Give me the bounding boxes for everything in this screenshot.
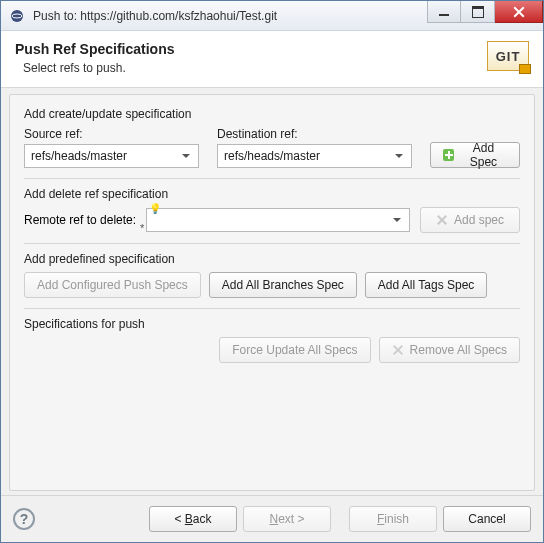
help-icon[interactable]: ? — [13, 508, 35, 530]
add-configured-label: Add Configured Push Specs — [37, 278, 188, 292]
create-update-heading: Add create/update specification — [24, 107, 520, 121]
minimize-button[interactable] — [427, 1, 461, 23]
chevron-down-icon — [391, 150, 407, 162]
finish-label: Finish — [377, 512, 409, 526]
source-ref-value: refs/heads/master — [31, 149, 178, 163]
add-all-tags-spec-button[interactable]: Add All Tags Spec — [365, 272, 488, 298]
source-ref-label: Source ref: — [24, 127, 199, 141]
delete-spec-heading: Add delete ref specification — [24, 187, 520, 201]
force-update-all-specs-button: Force Update All Specs — [219, 337, 370, 363]
chevron-down-icon — [178, 150, 194, 162]
add-all-branches-spec-button[interactable]: Add All Branches Spec — [209, 272, 357, 298]
dialog-window: Push to: https://github.com/ksfzhaohui/T… — [0, 0, 544, 543]
next-button: Next > — [243, 506, 331, 532]
x-icon — [392, 344, 404, 356]
force-update-label: Force Update All Specs — [232, 343, 357, 357]
cancel-label: Cancel — [468, 512, 505, 526]
required-marker: * — [140, 222, 144, 234]
cancel-button[interactable]: Cancel — [443, 506, 531, 532]
predefined-heading: Add predefined specification — [24, 252, 520, 266]
lightbulb-icon: 💡 — [149, 203, 161, 214]
destination-ref-combo[interactable]: refs/heads/master — [217, 144, 412, 168]
remove-all-specs-button: Remove All Specs — [379, 337, 520, 363]
remote-ref-delete-label: Remote ref to delete: — [24, 213, 136, 227]
remove-all-label: Remove All Specs — [410, 343, 507, 357]
add-configured-push-specs-button: Add Configured Push Specs — [24, 272, 201, 298]
page-title: Push Ref Specifications — [15, 41, 487, 57]
window-buttons — [427, 1, 543, 30]
svg-point-0 — [11, 10, 23, 22]
add-delete-spec-label: Add spec — [454, 213, 504, 227]
git-icon: GIT — [487, 41, 529, 71]
next-label: Next > — [269, 512, 304, 526]
add-delete-spec-button: Add spec — [420, 207, 520, 233]
add-tags-label: Add All Tags Spec — [378, 278, 475, 292]
eclipse-icon — [7, 6, 27, 26]
titlebar: Push to: https://github.com/ksfzhaohui/T… — [1, 1, 543, 31]
separator — [24, 178, 520, 179]
back-label: < Back — [174, 512, 211, 526]
add-spec-button[interactable]: Add Spec — [430, 142, 520, 168]
finish-button: Finish — [349, 506, 437, 532]
destination-ref-value: refs/heads/master — [224, 149, 391, 163]
page-subtitle: Select refs to push. — [23, 61, 487, 75]
add-spec-label: Add Spec — [460, 141, 507, 169]
panel: Add create/update specification Source r… — [9, 94, 535, 491]
remote-ref-delete-combo[interactable]: 💡 * — [146, 208, 410, 232]
source-ref-combo[interactable]: refs/heads/master — [24, 144, 199, 168]
back-button[interactable]: < Back — [149, 506, 237, 532]
separator — [24, 243, 520, 244]
footer: ? < Back Next > Finish Cancel — [1, 495, 543, 542]
close-button[interactable] — [495, 1, 543, 23]
header: Push Ref Specifications Select refs to p… — [1, 31, 543, 88]
content: Add create/update specification Source r… — [1, 88, 543, 495]
separator — [24, 308, 520, 309]
x-icon — [436, 214, 448, 226]
plus-icon — [443, 149, 454, 161]
window-title: Push to: https://github.com/ksfzhaohui/T… — [33, 9, 427, 23]
specs-for-push-heading: Specifications for push — [24, 317, 520, 331]
chevron-down-icon — [389, 214, 405, 226]
add-branches-label: Add All Branches Spec — [222, 278, 344, 292]
destination-ref-label: Destination ref: — [217, 127, 412, 141]
maximize-button[interactable] — [461, 1, 495, 23]
